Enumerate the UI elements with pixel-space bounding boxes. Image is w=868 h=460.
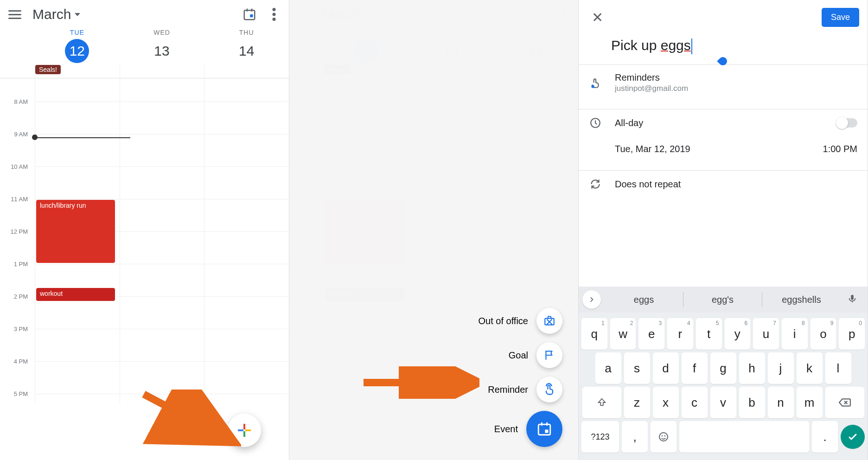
month-dropdown[interactable]: March xyxy=(32,6,80,22)
hour-label: 8 AM xyxy=(0,98,32,105)
day-column-wed[interactable]: WED 13 xyxy=(120,29,204,63)
allday-toggle[interactable] xyxy=(837,118,857,128)
day-number: 14 xyxy=(235,39,259,63)
suggestion-expand-icon[interactable] xyxy=(582,290,601,309)
svg-rect-22 xyxy=(546,422,548,426)
svg-rect-23 xyxy=(545,429,548,433)
speeddial-goal[interactable]: Goal xyxy=(509,342,562,368)
reminders-label: Reminders xyxy=(615,72,688,83)
hour-label: 10 AM xyxy=(0,163,32,170)
hour-label: 2 PM xyxy=(0,293,32,300)
key-i[interactable]: i8 xyxy=(782,318,808,350)
key-a[interactable]: a xyxy=(595,352,621,384)
speeddial-reminder[interactable]: Reminder xyxy=(488,377,562,402)
overflow-menu-icon[interactable] xyxy=(268,8,281,21)
key-backspace[interactable] xyxy=(825,387,864,418)
key-v[interactable]: v xyxy=(710,387,736,418)
key-h[interactable]: h xyxy=(739,352,765,384)
key-m[interactable]: m xyxy=(797,387,823,418)
hour-label: 4 PM xyxy=(0,358,32,365)
key-symbols[interactable]: ?123 xyxy=(581,421,619,453)
key-z[interactable]: z xyxy=(624,387,650,418)
speeddial-label: Event xyxy=(494,424,518,434)
flag-icon xyxy=(536,342,562,368)
key-k[interactable]: k xyxy=(797,352,823,384)
key-g[interactable]: g xyxy=(710,352,736,384)
svg-point-30 xyxy=(664,435,666,437)
reminder-account-row[interactable]: Reminders justinpot@gmail.com xyxy=(579,65,868,101)
key-space[interactable] xyxy=(679,421,809,453)
datetime-row[interactable]: Tue, Mar 12, 2019 1:00 PM xyxy=(579,136,868,162)
svg-rect-10 xyxy=(245,429,251,431)
key-l[interactable]: l xyxy=(825,352,851,384)
menu-icon[interactable] xyxy=(8,8,21,21)
save-button[interactable]: Save xyxy=(822,8,859,27)
key-shift[interactable] xyxy=(582,387,621,418)
key-o[interactable]: o9 xyxy=(811,318,836,350)
reminder-title-input[interactable]: Pick up eggs xyxy=(579,35,868,56)
dow-label: THU xyxy=(204,29,289,36)
time-value: 1:00 PM xyxy=(823,144,857,154)
hour-label: 12 PM xyxy=(0,228,32,235)
month-label: March xyxy=(32,6,71,22)
day-column-tue[interactable]: TUE 12 xyxy=(35,29,120,63)
key-period[interactable]: . xyxy=(812,421,838,453)
repeat-icon xyxy=(589,178,602,190)
key-n[interactable]: n xyxy=(768,387,794,418)
key-q[interactable]: q1 xyxy=(581,318,607,350)
speeddial-label: Goal xyxy=(509,350,528,361)
key-d[interactable]: d xyxy=(653,352,679,384)
key-w[interactable]: w2 xyxy=(610,318,636,350)
suggestion-3[interactable]: eggshells xyxy=(762,294,841,305)
close-icon[interactable]: ✕ xyxy=(587,7,608,27)
dow-label: WED xyxy=(120,29,204,36)
key-b[interactable]: b xyxy=(739,387,765,418)
event-workout[interactable]: workout xyxy=(36,288,115,301)
key-p[interactable]: p0 xyxy=(839,318,865,350)
key-enter[interactable] xyxy=(841,425,865,449)
repeat-row[interactable]: Does not repeat xyxy=(579,171,868,198)
mic-icon[interactable] xyxy=(847,294,861,306)
shift-icon xyxy=(597,397,607,408)
speeddial-label: Out of office xyxy=(479,316,528,326)
svg-rect-9 xyxy=(238,429,243,431)
backspace-icon xyxy=(839,398,851,407)
key-x[interactable]: x xyxy=(653,387,679,418)
finger-tap-icon xyxy=(536,377,562,402)
key-t[interactable]: t5 xyxy=(696,318,722,350)
allday-row[interactable]: All-day xyxy=(579,109,868,136)
key-f[interactable]: f xyxy=(682,352,708,384)
svg-point-6 xyxy=(273,18,276,21)
svg-rect-8 xyxy=(243,431,245,437)
briefcase-icon xyxy=(536,308,562,334)
key-e[interactable]: e3 xyxy=(638,318,664,350)
svg-rect-21 xyxy=(541,422,542,426)
allday-event-seals[interactable]: Seals! xyxy=(35,65,61,74)
event-lunch[interactable]: lunch/library run xyxy=(36,200,115,263)
hour-label: 1 PM xyxy=(0,261,32,268)
key-r[interactable]: r4 xyxy=(667,318,693,350)
key-s[interactable]: s xyxy=(624,352,650,384)
create-fab[interactable] xyxy=(228,414,261,447)
suggestion-2[interactable]: egg's xyxy=(683,294,762,305)
calendar-grid[interactable]: 8 AM 9 AM 10 AM 11 AM 12 PM 1 PM 2 PM 3 … xyxy=(0,78,289,403)
speeddial-out-of-office[interactable]: Out of office xyxy=(479,308,562,334)
hour-label: 5 PM xyxy=(0,390,32,397)
key-u[interactable]: u7 xyxy=(753,318,779,350)
key-y[interactable]: y6 xyxy=(725,318,751,350)
svg-point-29 xyxy=(662,435,663,437)
suggestion-1[interactable]: eggs xyxy=(605,294,683,305)
svg-rect-1 xyxy=(247,9,248,12)
svg-point-4 xyxy=(273,8,276,11)
key-j[interactable]: j xyxy=(768,352,794,384)
key-emoji[interactable] xyxy=(651,421,677,453)
hour-label: 9 AM xyxy=(0,131,32,138)
date-value: Tue, Mar 12, 2019 xyxy=(615,144,690,154)
finger-tap-icon xyxy=(589,77,602,89)
speeddial-event[interactable]: Event xyxy=(494,411,562,447)
today-icon[interactable] xyxy=(243,7,256,21)
day-column-thu[interactable]: THU 14 xyxy=(204,29,289,63)
key-comma[interactable]: , xyxy=(622,421,648,453)
key-c[interactable]: c xyxy=(682,387,708,418)
svg-point-28 xyxy=(659,433,668,441)
